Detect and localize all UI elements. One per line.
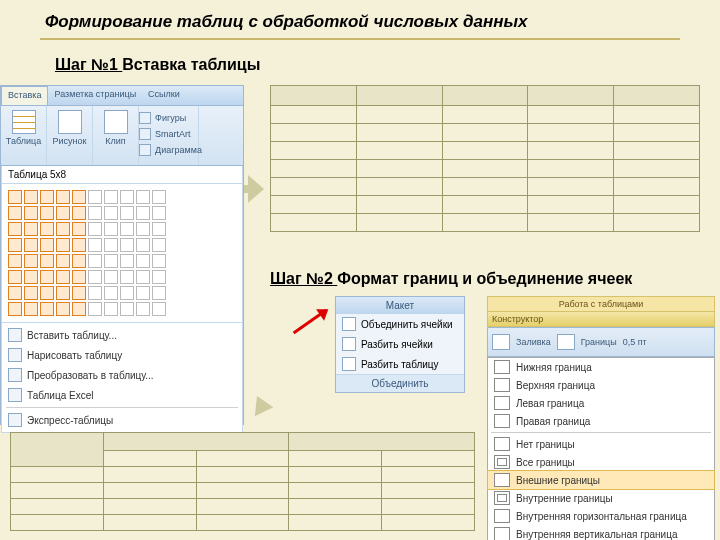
convert-icon — [8, 368, 22, 382]
border-inner-v[interactable]: Внутренняя вертикальная граница — [488, 525, 714, 540]
table-menu: Вставить таблицу... Нарисовать таблицу П… — [1, 323, 243, 433]
grid-icon — [8, 328, 22, 342]
excel-icon — [8, 388, 22, 402]
merged-table-preview — [10, 432, 475, 531]
border-inner-h[interactable]: Внутренняя горизонтальная граница — [488, 507, 714, 525]
table-tools-panel: Работа с таблицами Конструктор Заливка Г… — [487, 296, 715, 540]
border-outer-icon — [494, 473, 510, 487]
menu-separator — [6, 407, 238, 408]
tab-insert[interactable]: Вставка — [1, 86, 48, 105]
ribbon-shapes-button[interactable]: Фигуры — [135, 110, 202, 126]
border-top-icon — [494, 378, 510, 392]
table-tools-title: Работа с таблицами — [487, 296, 715, 312]
red-arrow-icon — [293, 309, 327, 334]
ribbon-group: Таблица Рисунок Клип Фигуры SmartArt Диа… — [1, 106, 243, 166]
table-size-picker[interactable] — [1, 184, 243, 323]
ribbon-smartart-button[interactable]: SmartArt — [135, 126, 202, 142]
shapes-icon — [139, 112, 151, 124]
split-cells-button[interactable]: Разбить ячейки — [336, 334, 464, 354]
ribbon-clip-button[interactable]: Клип — [93, 106, 139, 165]
table-row — [11, 499, 475, 515]
menu-excel-table[interactable]: Таблица Excel — [2, 385, 242, 405]
merge-cells-button[interactable]: Объединить ячейки — [336, 314, 464, 334]
table-row — [271, 106, 700, 124]
split-icon — [342, 337, 356, 351]
merge-panel-header: Макет — [336, 297, 464, 314]
ribbon-tabs: Вставка Разметка страницы Ссылки — [1, 86, 243, 106]
split-table-icon — [342, 357, 356, 371]
table-row — [271, 196, 700, 214]
menu-convert-table[interactable]: Преобразовать в таблицу... — [2, 365, 242, 385]
merge-panel-footer: Объединить — [336, 374, 464, 392]
border-inner-h-icon — [494, 509, 510, 523]
inserted-table-preview — [270, 85, 700, 232]
borders-icon — [557, 334, 575, 350]
table-row — [271, 142, 700, 160]
arrow-right-icon — [248, 175, 264, 203]
step-1-text: Вставка таблицы — [122, 56, 260, 73]
ribbon-table-button[interactable]: Таблица — [1, 106, 47, 165]
table-row — [11, 433, 475, 451]
picture-icon — [58, 110, 82, 134]
borders-dropdown[interactable]: Границы — [581, 337, 617, 347]
step-2-prefix: Шаг №2 — [270, 270, 337, 287]
merge-icon — [342, 317, 356, 331]
btn-label: Рисунок — [53, 136, 87, 146]
border-top[interactable]: Верхняя граница — [488, 376, 714, 394]
clip-icon — [104, 110, 128, 134]
border-inner[interactable]: Внутренние границы — [488, 489, 714, 507]
express-icon — [8, 413, 22, 427]
step-2-heading: Шаг №2 Формат границ и объединение ячеек — [270, 270, 632, 288]
border-none-icon — [494, 437, 510, 451]
tab-layout[interactable]: Разметка страницы — [48, 86, 142, 105]
menu-insert-table[interactable]: Вставить таблицу... — [2, 325, 242, 345]
shading-dropdown[interactable]: Заливка — [516, 337, 551, 347]
merged-table — [10, 432, 475, 531]
table-row — [271, 178, 700, 196]
pencil-icon — [8, 348, 22, 362]
btn-label: Таблица — [6, 136, 41, 146]
table-row — [271, 160, 700, 178]
tab-constructor[interactable]: Конструктор — [487, 312, 715, 327]
table-row — [271, 124, 700, 142]
border-right[interactable]: Правая граница — [488, 412, 714, 430]
border-all[interactable]: Все границы — [488, 453, 714, 471]
table-row — [11, 483, 475, 499]
border-inner-v-icon — [494, 527, 510, 540]
table-icon — [12, 110, 36, 134]
line-weight-field[interactable]: 0,5 пт — [623, 337, 647, 347]
borders-toolbar: Заливка Границы 0,5 пт — [487, 327, 715, 357]
border-all-icon — [494, 455, 510, 469]
shading-icon — [492, 334, 510, 350]
table-row — [271, 214, 700, 232]
step-2-text: Формат границ и объединение ячеек — [337, 270, 632, 287]
grid-size-label: Таблица 5x8 — [1, 166, 243, 184]
chart-icon — [139, 144, 151, 156]
table-row — [11, 467, 475, 483]
border-outer[interactable]: Внешние границы — [487, 470, 715, 490]
btn-label: Клип — [105, 136, 125, 146]
header-rule — [40, 38, 680, 40]
ribbon-chart-button[interactable]: Диаграмма — [135, 142, 202, 158]
table-row — [271, 86, 700, 106]
menu-separator — [491, 432, 711, 433]
merge-cells-panel: Макет Объединить ячейки Разбить ячейки Р… — [335, 296, 465, 393]
split-table-button[interactable]: Разбить таблицу — [336, 354, 464, 374]
ribbon-side-buttons: Фигуры SmartArt Диаграмма — [139, 106, 199, 165]
page-title: Формирование таблиц с обработкой числовы… — [45, 12, 527, 32]
menu-express-tables[interactable]: Экспресс-таблицы — [2, 410, 242, 430]
border-none[interactable]: Нет границы — [488, 435, 714, 453]
border-left[interactable]: Левая граница — [488, 394, 714, 412]
table-preview — [270, 85, 700, 232]
ribbon-picture-button[interactable]: Рисунок — [47, 106, 93, 165]
arrow-down-icon — [250, 400, 272, 422]
border-bottom[interactable]: Нижняя граница — [488, 358, 714, 376]
border-inner-icon — [494, 491, 510, 505]
menu-draw-table[interactable]: Нарисовать таблицу — [2, 345, 242, 365]
word-ribbon-screenshot: Вставка Разметка страницы Ссылки Таблица… — [0, 85, 244, 425]
table-row — [11, 515, 475, 531]
tab-links[interactable]: Ссылки — [142, 86, 186, 105]
border-left-icon — [494, 396, 510, 410]
smartart-icon — [139, 128, 151, 140]
step-1-prefix: Шаг №1 — [55, 56, 122, 73]
